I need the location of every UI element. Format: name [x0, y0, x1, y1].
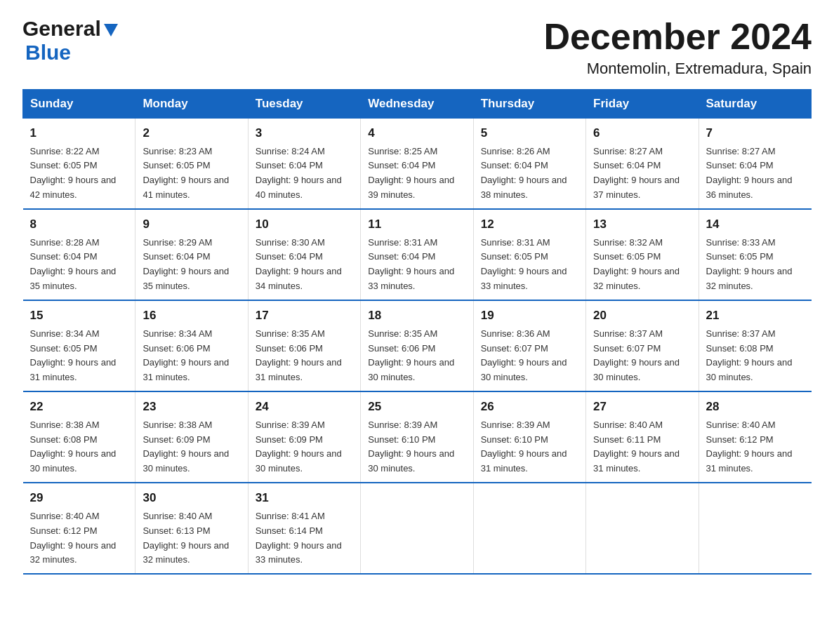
calendar-cell: 8Sunrise: 8:28 AMSunset: 6:04 PMDaylight… — [23, 209, 135, 300]
calendar-cell: 4Sunrise: 8:25 AMSunset: 6:04 PMDaylight… — [361, 119, 473, 210]
day-info: Sunrise: 8:26 AMSunset: 6:04 PMDaylight:… — [481, 146, 567, 201]
day-number: 8 — [30, 215, 128, 234]
day-info: Sunrise: 8:38 AMSunset: 6:08 PMDaylight:… — [30, 420, 117, 474]
day-number: 24 — [256, 398, 353, 416]
calendar-week-3: 15Sunrise: 8:34 AMSunset: 6:05 PMDayligh… — [23, 300, 812, 391]
day-number: 18 — [368, 307, 465, 325]
calendar-cell: 18Sunrise: 8:35 AMSunset: 6:06 PMDayligh… — [361, 300, 473, 391]
day-info: Sunrise: 8:40 AMSunset: 6:13 PMDaylight:… — [143, 511, 229, 565]
title-block: December 2024 Montemolin, Extremadura, S… — [543, 17, 812, 78]
calendar-cell: 5Sunrise: 8:26 AMSunset: 6:04 PMDaylight… — [473, 119, 585, 210]
calendar-week-5: 29Sunrise: 8:40 AMSunset: 6:12 PMDayligh… — [23, 483, 812, 574]
calendar-header-row: SundayMondayTuesdayWednesdayThursdayFrid… — [23, 90, 812, 119]
calendar-cell: 11Sunrise: 8:31 AMSunset: 6:04 PMDayligh… — [361, 209, 473, 300]
day-info: Sunrise: 8:33 AMSunset: 6:05 PMDaylight:… — [706, 237, 793, 292]
day-info: Sunrise: 8:35 AMSunset: 6:06 PMDaylight:… — [368, 328, 454, 383]
calendar-cell — [586, 483, 699, 574]
day-info: Sunrise: 8:40 AMSunset: 6:11 PMDaylight:… — [593, 420, 680, 474]
header-sunday: Sunday — [23, 90, 135, 119]
day-info: Sunrise: 8:22 AMSunset: 6:05 PMDaylight:… — [30, 146, 117, 201]
calendar-cell: 12Sunrise: 8:31 AMSunset: 6:05 PMDayligh… — [473, 209, 585, 300]
day-number: 25 — [368, 398, 465, 416]
calendar-cell: 14Sunrise: 8:33 AMSunset: 6:05 PMDayligh… — [699, 209, 811, 300]
day-number: 19 — [481, 307, 578, 325]
day-info: Sunrise: 8:34 AMSunset: 6:05 PMDaylight:… — [30, 328, 117, 383]
day-number: 16 — [143, 307, 240, 325]
day-number: 15 — [30, 307, 128, 325]
logo-text-general: General — [22, 17, 101, 41]
day-info: Sunrise: 8:30 AMSunset: 6:04 PMDaylight:… — [256, 237, 342, 292]
day-info: Sunrise: 8:24 AMSunset: 6:04 PMDaylight:… — [256, 146, 342, 201]
calendar-cell: 28Sunrise: 8:40 AMSunset: 6:12 PMDayligh… — [699, 391, 811, 483]
day-info: Sunrise: 8:40 AMSunset: 6:12 PMDaylight:… — [706, 420, 793, 474]
day-number: 2 — [143, 124, 240, 142]
day-number: 9 — [143, 215, 240, 234]
day-info: Sunrise: 8:25 AMSunset: 6:04 PMDaylight:… — [368, 146, 454, 201]
calendar-cell: 1Sunrise: 8:22 AMSunset: 6:05 PMDaylight… — [23, 119, 135, 210]
day-info: Sunrise: 8:34 AMSunset: 6:06 PMDaylight:… — [143, 328, 229, 383]
day-number: 3 — [256, 124, 353, 142]
day-number: 12 — [481, 215, 578, 234]
calendar-cell: 30Sunrise: 8:40 AMSunset: 6:13 PMDayligh… — [135, 483, 248, 574]
calendar-title: December 2024 — [543, 17, 812, 57]
day-number: 30 — [143, 489, 240, 507]
day-info: Sunrise: 8:32 AMSunset: 6:05 PMDaylight:… — [593, 237, 680, 292]
calendar-cell: 7Sunrise: 8:27 AMSunset: 6:04 PMDaylight… — [699, 119, 811, 210]
day-number: 22 — [30, 398, 128, 416]
day-number: 28 — [706, 398, 805, 416]
calendar-week-2: 8Sunrise: 8:28 AMSunset: 6:04 PMDaylight… — [23, 209, 812, 300]
calendar-cell — [473, 483, 585, 574]
day-info: Sunrise: 8:29 AMSunset: 6:04 PMDaylight:… — [143, 237, 229, 292]
day-number: 4 — [368, 124, 465, 142]
page-header: General Blue December 2024 Montemolin, E… — [22, 17, 812, 78]
calendar-cell: 26Sunrise: 8:39 AMSunset: 6:10 PMDayligh… — [473, 391, 585, 483]
logo-triangle-icon — [104, 24, 118, 36]
header-saturday: Saturday — [699, 90, 811, 119]
calendar-cell: 13Sunrise: 8:32 AMSunset: 6:05 PMDayligh… — [586, 209, 699, 300]
calendar-cell: 19Sunrise: 8:36 AMSunset: 6:07 PMDayligh… — [473, 300, 585, 391]
calendar-cell: 17Sunrise: 8:35 AMSunset: 6:06 PMDayligh… — [248, 300, 360, 391]
calendar-week-4: 22Sunrise: 8:38 AMSunset: 6:08 PMDayligh… — [23, 391, 812, 483]
day-info: Sunrise: 8:36 AMSunset: 6:07 PMDaylight:… — [481, 328, 567, 383]
calendar-cell: 15Sunrise: 8:34 AMSunset: 6:05 PMDayligh… — [23, 300, 135, 391]
calendar-cell: 27Sunrise: 8:40 AMSunset: 6:11 PMDayligh… — [586, 391, 699, 483]
day-number: 21 — [706, 307, 805, 325]
header-friday: Friday — [586, 90, 699, 119]
svg-marker-0 — [104, 24, 118, 36]
day-number: 29 — [30, 489, 128, 507]
day-number: 13 — [593, 215, 691, 234]
day-info: Sunrise: 8:27 AMSunset: 6:04 PMDaylight:… — [706, 146, 793, 201]
day-info: Sunrise: 8:23 AMSunset: 6:05 PMDaylight:… — [143, 146, 229, 201]
header-wednesday: Wednesday — [361, 90, 473, 119]
logo: General Blue — [22, 17, 118, 65]
calendar-cell: 2Sunrise: 8:23 AMSunset: 6:05 PMDaylight… — [135, 119, 248, 210]
calendar-cell: 16Sunrise: 8:34 AMSunset: 6:06 PMDayligh… — [135, 300, 248, 391]
calendar-table: SundayMondayTuesdayWednesdayThursdayFrid… — [22, 89, 812, 575]
day-info: Sunrise: 8:38 AMSunset: 6:09 PMDaylight:… — [143, 420, 229, 474]
calendar-cell: 23Sunrise: 8:38 AMSunset: 6:09 PMDayligh… — [135, 391, 248, 483]
header-monday: Monday — [135, 90, 248, 119]
day-number: 27 — [593, 398, 691, 416]
day-info: Sunrise: 8:27 AMSunset: 6:04 PMDaylight:… — [593, 146, 680, 201]
day-info: Sunrise: 8:39 AMSunset: 6:09 PMDaylight:… — [256, 420, 342, 474]
day-info: Sunrise: 8:39 AMSunset: 6:10 PMDaylight:… — [481, 420, 567, 474]
day-number: 5 — [481, 124, 578, 142]
calendar-cell — [699, 483, 811, 574]
calendar-cell: 25Sunrise: 8:39 AMSunset: 6:10 PMDayligh… — [361, 391, 473, 483]
calendar-cell: 21Sunrise: 8:37 AMSunset: 6:08 PMDayligh… — [699, 300, 811, 391]
day-number: 20 — [593, 307, 691, 325]
calendar-cell: 10Sunrise: 8:30 AMSunset: 6:04 PMDayligh… — [248, 209, 360, 300]
day-number: 23 — [143, 398, 240, 416]
day-number: 1 — [30, 124, 128, 142]
day-number: 31 — [256, 489, 353, 507]
day-info: Sunrise: 8:31 AMSunset: 6:05 PMDaylight:… — [481, 237, 567, 292]
calendar-cell: 22Sunrise: 8:38 AMSunset: 6:08 PMDayligh… — [23, 391, 135, 483]
day-info: Sunrise: 8:28 AMSunset: 6:04 PMDaylight:… — [30, 237, 117, 292]
calendar-cell: 3Sunrise: 8:24 AMSunset: 6:04 PMDaylight… — [248, 119, 360, 210]
calendar-week-1: 1Sunrise: 8:22 AMSunset: 6:05 PMDaylight… — [23, 119, 812, 210]
day-number: 6 — [593, 124, 691, 142]
calendar-cell: 9Sunrise: 8:29 AMSunset: 6:04 PMDaylight… — [135, 209, 248, 300]
day-number: 11 — [368, 215, 465, 234]
calendar-cell — [361, 483, 473, 574]
day-info: Sunrise: 8:41 AMSunset: 6:14 PMDaylight:… — [256, 511, 342, 565]
